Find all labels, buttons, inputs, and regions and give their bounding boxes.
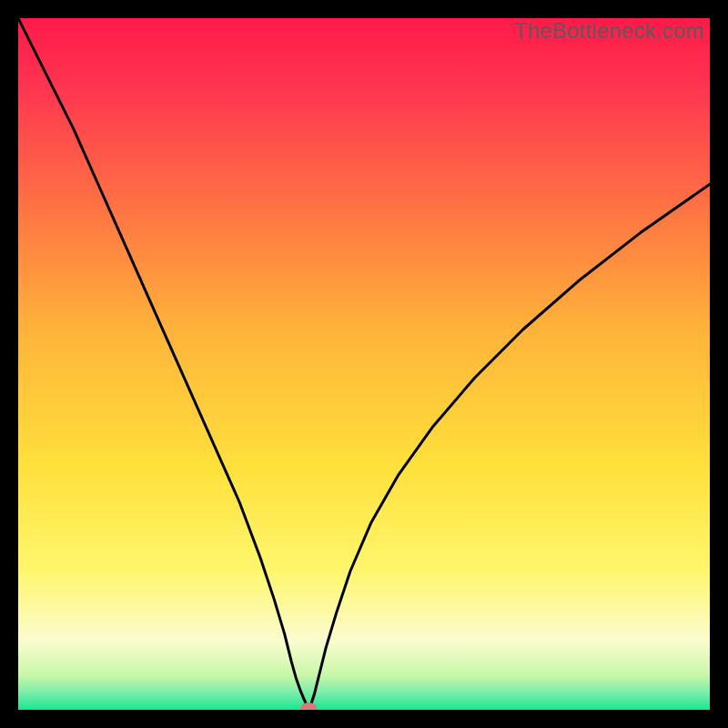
watermark-text: TheBottleneck.com xyxy=(514,18,704,44)
gradient-background xyxy=(18,18,710,710)
chart-frame: TheBottleneck.com xyxy=(18,18,710,710)
bottleneck-chart xyxy=(18,18,710,710)
